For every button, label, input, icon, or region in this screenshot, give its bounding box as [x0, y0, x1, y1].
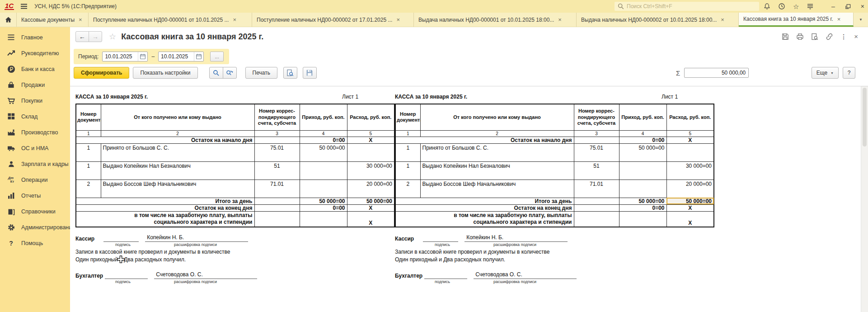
account-cell[interactable]: 75.01 — [574, 143, 619, 161]
sum-value-field[interactable] — [684, 68, 749, 78]
day-total-income[interactable]: 50 000=00 — [619, 198, 666, 204]
tab-cash-documents[interactable]: Кассовые документы× — [17, 13, 89, 27]
account-cell[interactable]: 71.01 — [574, 180, 619, 198]
history-icon[interactable] — [778, 3, 785, 10]
search-input[interactable] — [627, 3, 756, 9]
tab-cash-receipt-2[interactable]: Поступление наличных НД00-000002 от 17.0… — [252, 13, 414, 27]
calendar-icon[interactable] — [194, 52, 203, 61]
expense-cell[interactable]: 30 000=00 — [666, 161, 714, 180]
empty-cell[interactable] — [254, 198, 300, 204]
opening-balance-expense[interactable]: X — [666, 137, 714, 143]
tab-cash-issue-2[interactable]: Выдача наличных НД00-000002 от 10.01.202… — [577, 13, 739, 27]
tab-close-icon[interactable]: × — [79, 17, 82, 23]
day-total-income[interactable]: 50 000=00 — [300, 198, 347, 204]
print-preview-icon[interactable] — [811, 33, 818, 40]
expense-cell[interactable] — [666, 143, 714, 161]
close-icon[interactable]: × — [861, 3, 864, 10]
empty-cell[interactable] — [574, 137, 619, 143]
sidebar-item-help[interactable]: ? Помощь — [0, 235, 70, 251]
tabs-overflow-button[interactable]: ▼ — [854, 13, 868, 27]
empty-cell[interactable] — [254, 204, 300, 211]
income-cell[interactable] — [300, 161, 347, 180]
sidebar-item-operations[interactable]: ДтКт Операции — [0, 172, 70, 188]
tab-close-icon[interactable]: × — [837, 16, 841, 22]
back-button[interactable]: ← — [75, 31, 89, 42]
opening-balance-label[interactable]: Остаток на начало дня — [395, 137, 574, 143]
print-icon[interactable] — [796, 33, 804, 40]
income-cell[interactable] — [300, 180, 347, 198]
sidebar-item-purchases[interactable]: Покупки — [0, 93, 70, 109]
empty-cell[interactable] — [574, 198, 619, 204]
sidebar-item-manager[interactable]: Руководителю — [0, 45, 70, 61]
expense-cell[interactable]: 20 000=00 — [666, 180, 714, 198]
doc-number-cell[interactable]: 1 — [395, 161, 420, 180]
sidebar-item-directories[interactable]: Справочники — [0, 203, 70, 219]
more-button[interactable]: Еще ▼ — [812, 67, 839, 79]
expense-cell[interactable] — [347, 143, 394, 161]
opening-balance-expense[interactable]: X — [347, 137, 394, 143]
account-cell[interactable]: 71.01 — [254, 180, 300, 198]
payee-cell[interactable]: Принято от Большов С. С. — [101, 143, 254, 161]
tab-close-icon[interactable]: × — [558, 17, 562, 23]
find-button[interactable] — [209, 67, 223, 79]
doc-number-cell[interactable]: 1 — [395, 143, 420, 161]
period-from-field[interactable] — [102, 52, 148, 61]
doc-number-cell[interactable]: 1 — [76, 161, 101, 180]
service-menu-icon[interactable] — [807, 3, 814, 10]
calendar-icon[interactable] — [138, 52, 147, 61]
empty-cell[interactable] — [300, 211, 347, 227]
print-preview-button[interactable] — [283, 67, 297, 79]
closing-balance-income[interactable]: 0=00 — [300, 204, 347, 211]
column-number-cell[interactable]: 5 — [666, 130, 714, 137]
income-cell[interactable]: 50 000=00 — [619, 143, 666, 161]
tab-cash-issue-1[interactable]: Выдача наличных НД00-000001 от 10.01.202… — [414, 13, 577, 27]
closing-balance-expense[interactable]: X — [347, 204, 394, 211]
payee-cell[interactable]: Выдано Копейкин Нал Безналович — [101, 161, 254, 180]
doc-number-cell[interactable]: 2 — [395, 180, 420, 198]
column-number-cell[interactable]: 4 — [619, 130, 666, 137]
expense-cell[interactable]: 20 000=00 — [347, 180, 394, 198]
col-header-income[interactable]: Приход, руб. коп. — [300, 104, 347, 130]
col-header-doc-number[interactable]: Номер документа — [76, 104, 101, 130]
period-options-button[interactable]: ... — [210, 52, 224, 61]
including-salary-label[interactable]: в том числе на заработную плату, выплаты… — [76, 211, 254, 227]
payee-cell[interactable]: Выдано Копейкин Нал Безналович — [420, 161, 574, 180]
empty-cell[interactable] — [619, 211, 666, 227]
col-header-doc-number[interactable]: Номер документа — [395, 104, 420, 130]
col-header-payee[interactable]: От кого получено или кому выдано — [101, 104, 254, 130]
period-to-field[interactable] — [158, 52, 204, 61]
payee-cell[interactable]: Выдано Боссов Шеф Начальникович — [420, 180, 574, 198]
income-cell[interactable] — [619, 161, 666, 180]
col-header-payee[interactable]: От кого получено или кому выдано — [420, 104, 574, 130]
col-header-income[interactable]: Приход, руб. коп. — [619, 104, 666, 130]
sidebar-item-administration[interactable]: Администрирование — [0, 219, 70, 235]
col-header-expense[interactable]: Расход, руб. коп. — [666, 104, 714, 130]
sidebar-item-bank-cash[interactable]: Банк и касса — [0, 61, 70, 77]
day-total-expense[interactable]: 50 000=00 — [666, 198, 714, 204]
doc-number-cell[interactable]: 1 — [76, 143, 101, 161]
closing-balance-expense[interactable]: X — [666, 204, 714, 211]
day-total-expense[interactable]: 50 000=00 — [347, 198, 394, 204]
sidebar-item-reports[interactable]: Отчеты — [0, 188, 70, 203]
tab-close-icon[interactable]: × — [396, 17, 400, 23]
column-number-cell[interactable]: 5 — [347, 130, 394, 137]
vertical-scrollbar[interactable] — [861, 86, 868, 312]
tab-close-icon[interactable]: × — [233, 17, 236, 23]
show-settings-button[interactable]: Показать настройки — [133, 67, 197, 79]
closing-balance-label[interactable]: Остаток на конец дня — [76, 204, 254, 211]
sidebar-item-warehouse[interactable]: Склад — [0, 109, 70, 124]
including-salary-expense[interactable]: X — [347, 211, 394, 227]
tab-close-icon[interactable]: × — [721, 17, 724, 23]
restore-icon[interactable] — [845, 4, 851, 9]
get-link-icon[interactable] — [826, 33, 833, 40]
save-result-button[interactable] — [303, 67, 317, 79]
favorite-star-icon[interactable]: ☆ — [109, 32, 116, 42]
opening-balance-income[interactable]: 0=00 — [619, 137, 666, 143]
expense-cell[interactable]: 30 000=00 — [347, 161, 394, 180]
empty-cell[interactable] — [254, 137, 300, 143]
opening-balance-label[interactable]: Остаток на начало дня — [76, 137, 254, 143]
including-salary-expense[interactable]: X — [666, 211, 714, 227]
find-next-button[interactable] — [223, 67, 237, 79]
tab-cash-receipt-1[interactable]: Поступление наличных НД00-000001 от 10.0… — [89, 13, 252, 27]
column-number-cell[interactable]: 2 — [101, 130, 254, 137]
